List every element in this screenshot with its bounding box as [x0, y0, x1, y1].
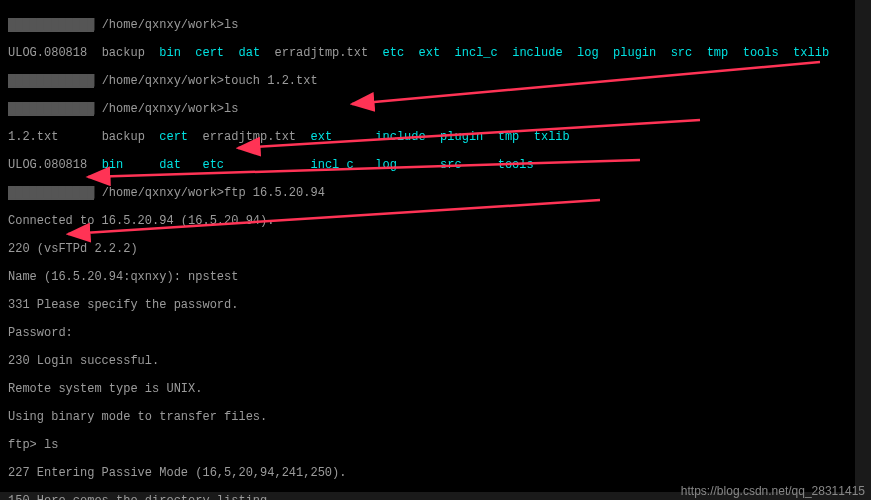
prompt-line-1: ████████████ /home/qxnxy/work>ls [8, 18, 847, 32]
ftp-password-prompt: Password: [8, 326, 847, 340]
ftp-name-prompt: Name (16.5.20.94:qxnxy): npstest [8, 270, 847, 284]
ftp-banner: 220 (vsFTPd 2.2.2) [8, 242, 847, 256]
ftp-remote-type: Remote system type is UNIX. [8, 382, 847, 396]
prompt-line-3: ████████████ /home/qxnxy/work>ls [8, 102, 847, 116]
ftp-pass-specify: 331 Please specify the password. [8, 298, 847, 312]
terminal-window[interactable]: ████████████ /home/qxnxy/work>ls ULOG.08… [0, 0, 855, 492]
ftp-passive: 227 Entering Passive Mode (16,5,20,94,24… [8, 466, 847, 480]
redacted-user: ████████████ [8, 18, 94, 32]
ls-output-2a: 1.2.txt backup cert erradjtmp.txt ext in… [8, 130, 847, 144]
ls-output-2b: ULOG.080818 bin dat etc incl_c log src t… [8, 158, 847, 172]
ftp-binary-mode: Using binary mode to transfer files. [8, 410, 847, 424]
ftp-prompt-line[interactable]: ftp> ls [8, 438, 847, 452]
ls-output-1: ULOG.080818 backup bin cert dat erradjtm… [8, 46, 847, 60]
watermark: https://blog.csdn.net/qq_28311415 [681, 484, 865, 498]
prompt-line-4: ████████████ /home/qxnxy/work>ftp 16.5.2… [8, 186, 847, 200]
ftp-login-ok: 230 Login successful. [8, 354, 847, 368]
prompt-line-2: ████████████ /home/qxnxy/work>touch 1.2.… [8, 74, 847, 88]
ftp-connected: Connected to 16.5.20.94 (16.5.20.94). [8, 214, 847, 228]
